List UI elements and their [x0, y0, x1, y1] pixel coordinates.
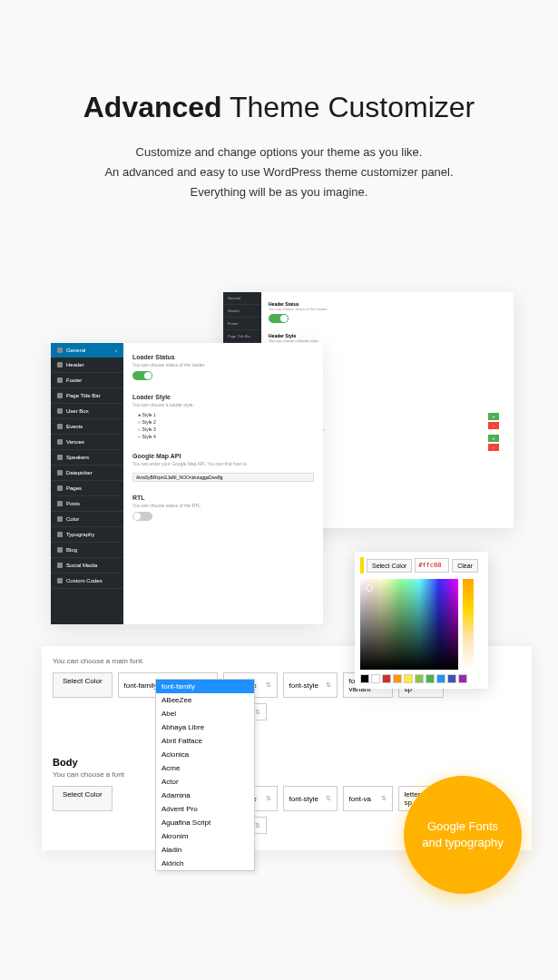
color-swatch[interactable]: [415, 674, 424, 683]
sidebar-item[interactable]: Social Media: [51, 558, 123, 573]
dropdown-option[interactable]: Adamina: [156, 789, 254, 802]
dropdown-option[interactable]: Aldrich: [156, 857, 254, 870]
sidebar-menu-1: General › HeaderFooterPage Title BarUser…: [51, 343, 123, 624]
sidebar-item[interactable]: User Box: [51, 404, 123, 419]
sidebar-item[interactable]: Blog: [51, 543, 123, 558]
sidebar-item[interactable]: Footer: [51, 373, 123, 388]
color-swatch[interactable]: [436, 674, 445, 683]
dropdown-option[interactable]: Abel: [156, 707, 254, 720]
color-swatch[interactable]: [426, 674, 435, 683]
sidebar-item[interactable]: Speakers: [51, 450, 123, 466]
color-swatch[interactable]: [382, 674, 391, 683]
color-swatch[interactable]: [458, 674, 467, 683]
hero-description: Customize and change options your theme …: [36, 142, 522, 202]
color-swatch[interactable]: [447, 674, 456, 683]
loader-status-title: Loader Status: [132, 354, 314, 360]
sidebar-item[interactable]: Venues: [51, 435, 123, 450]
sidebar-item[interactable]: Header: [51, 358, 123, 373]
panel1-content: Loader Status You can choose status of t…: [123, 343, 323, 624]
customizer-panel-general: General › HeaderFooterPage Title BarUser…: [51, 343, 323, 624]
color-gradient-area[interactable]: [360, 579, 458, 670]
rtl-toggle[interactable]: [132, 512, 152, 521]
logo-add-button[interactable]: +: [488, 413, 499, 420]
loader-style-title: Loader Style: [132, 394, 314, 400]
alt-logo-add-button[interactable]: +: [488, 435, 499, 442]
color-swatch[interactable]: [371, 674, 380, 683]
menu-icon: [57, 485, 63, 491]
gmap-title: Google Map API: [132, 453, 314, 459]
body-font-title: Body: [53, 757, 521, 768]
menu-icon: [57, 455, 63, 460]
clear-button[interactable]: Clear: [452, 559, 478, 573]
sidebar-active-item[interactable]: General ›: [51, 343, 123, 358]
alt-logo-delete-button[interactable]: −: [488, 444, 499, 451]
font-style-select-2[interactable]: font-style⇅: [283, 786, 338, 811]
menu-icon: [57, 501, 63, 506]
menu-icon: [57, 532, 63, 537]
sidebar-item[interactable]: Footer: [223, 318, 261, 330]
color-swatch[interactable]: [393, 674, 402, 683]
sidebar-item[interactable]: Typography: [51, 527, 123, 543]
color-picker: Select Color Clear: [355, 552, 488, 689]
sidebar-item[interactable]: Events: [51, 419, 123, 435]
color-preview-bar: [360, 557, 364, 573]
menu-icon: [57, 563, 63, 568]
sidebar-item[interactable]: General: [223, 292, 261, 305]
sidebar-item[interactable]: Page Title Bar: [51, 388, 123, 404]
dropdown-option[interactable]: Abril Fatface: [156, 734, 254, 748]
sidebar-item[interactable]: Datepicker: [51, 466, 123, 481]
menu-icon: [57, 470, 63, 475]
menu-icon: [57, 547, 63, 553]
sidebar-item[interactable]: Posts: [51, 496, 123, 512]
sidebar-item[interactable]: Header: [223, 305, 261, 318]
color-swatch[interactable]: [360, 674, 369, 683]
hero-title: Advanced Theme Customizer: [36, 91, 522, 124]
dropdown-option[interactable]: font-family: [156, 680, 254, 693]
gear-icon: [57, 348, 63, 353]
font-variant-select-2[interactable]: font-va⇅: [343, 786, 393, 811]
dropdown-option[interactable]: Advent Pro: [156, 802, 254, 816]
dropdown-option[interactable]: Acme: [156, 761, 254, 775]
header-status-toggle[interactable]: [269, 314, 289, 323]
chevron-right-icon: ›: [115, 348, 117, 353]
menu-icon: [57, 516, 63, 522]
menu-icon: [57, 362, 63, 368]
hero-section: Advanced Theme Customizer Customize and …: [0, 0, 558, 239]
gmap-api-input[interactable]: [132, 473, 314, 482]
select-color-button[interactable]: Select Color: [367, 559, 412, 573]
font-family-dropdown[interactable]: font-familyABeeZeeAbelAbhaya LibreAbril …: [155, 679, 255, 871]
menu-icon: [57, 393, 63, 398]
dropdown-option[interactable]: Abhaya Libre: [156, 720, 254, 734]
dropdown-option[interactable]: Aguafina Script: [156, 816, 254, 829]
sidebar-item[interactable]: Pages: [51, 481, 123, 496]
sidebar-item[interactable]: Custom Codes: [51, 573, 123, 589]
menu-icon: [57, 439, 63, 445]
rtl-title: RTL: [132, 495, 314, 501]
menu-icon: [57, 408, 63, 414]
select-color-button-2[interactable]: Select Color: [53, 786, 113, 811]
hue-slider[interactable]: [463, 579, 474, 670]
menu-icon: [57, 377, 63, 383]
select-color-button-1[interactable]: Select Color: [53, 672, 113, 698]
color-swatch[interactable]: [404, 674, 413, 683]
dropdown-option[interactable]: Akronim: [156, 829, 254, 843]
font-style-select-1[interactable]: font-style⇅: [283, 672, 338, 698]
loader-style-options[interactable]: ● Style 1○ Style 2○ Style 3○ Style 4: [132, 411, 314, 440]
color-swatches: [360, 674, 483, 683]
loader-status-toggle[interactable]: [132, 371, 152, 380]
sidebar-item[interactable]: Page Title Bar: [223, 330, 261, 343]
dropdown-option[interactable]: Aladin: [156, 843, 254, 857]
dropdown-option[interactable]: Aclonica: [156, 748, 254, 761]
sidebar-item[interactable]: Color: [51, 512, 123, 527]
dropdown-option[interactable]: Actor: [156, 775, 254, 789]
dropdown-option[interactable]: ABeeZee: [156, 693, 254, 707]
menu-icon: [57, 424, 63, 429]
google-fonts-badge: Google Fonts and typography: [404, 776, 522, 894]
menu-icon: [57, 578, 63, 583]
hex-input[interactable]: [415, 558, 449, 573]
